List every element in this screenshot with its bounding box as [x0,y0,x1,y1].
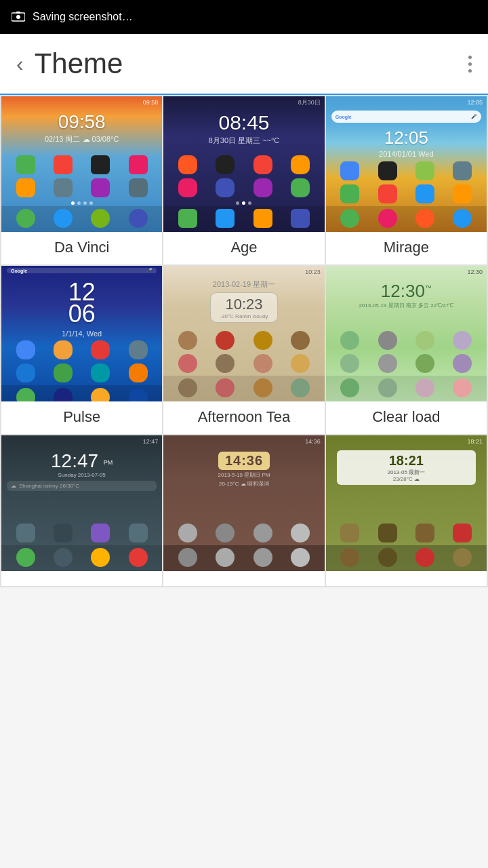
status-bar: Saving screenshot… [0,0,488,34]
theme-item-clear-load[interactable]: 12:30 12:30™ 2013-05-19 星期日 南京 多云 22℃/27… [326,266,487,434]
theme-name-age: Age [230,232,257,264]
theme-item-bottom2[interactable]: 14:36 14:36 2013-5-19 星期日 PM 20-19°C ☁ 晴… [163,435,324,586]
theme-preview-clear-load: 12:30 12:30™ 2013-05-19 星期日 南京 多云 22℃/27… [326,266,487,401]
theme-item-mirage[interactable]: 12:05 Google 🎤 12:05 2014/01/01 Wed [326,96,487,264]
theme-item-pulse[interactable]: Google 🎤 12 06 1/1/14, Wed [1,266,162,434]
toolbar: ‹ Theme [0,34,488,95]
svg-point-1 [16,15,20,19]
theme-name-mirage: Mirage [384,232,429,264]
page-title: Theme [35,47,463,80]
theme-preview-bottom3: 18:21 18:21 2013-05 最新一 23/28°C ☁ [326,435,487,571]
screenshot-icon [11,12,26,22]
theme-name-pulse: Pulse [63,401,100,434]
theme-item-davinci[interactable]: 09:58 09:58 02/13 周二 ☁ 03/08°C [1,96,162,264]
theme-preview-pulse: Google 🎤 12 06 1/1/14, Wed [1,266,162,401]
theme-preview-bottom1: 12:47 12:47 PM Sunday 2013-07-05 ☁Shangh… [1,435,162,571]
theme-item-bottom3[interactable]: 18:21 18:21 2013-05 最新一 23/28°C ☁ [326,435,487,586]
theme-name-davinci: Da Vinci [54,232,110,264]
svg-rect-2 [16,12,20,14]
theme-item-bottom1[interactable]: 12:47 12:47 PM Sunday 2013-07-05 ☁Shangh… [1,435,162,586]
overflow-menu-button[interactable] [463,50,477,78]
theme-preview-davinci: 09:58 09:58 02/13 周二 ☁ 03/08°C [1,96,162,232]
status-bar-text: Saving screenshot… [33,11,133,23]
theme-preview-mirage: 12:05 Google 🎤 12:05 2014/01/01 Wed [326,96,487,232]
theme-name-clear-load: Clear load [372,401,440,434]
theme-name-afternoon-tea: Afternoon Tea [198,401,291,434]
theme-preview-bottom2: 14:36 14:36 2013-5-19 星期日 PM 20-19°C ☁ 晴… [163,435,324,571]
back-button[interactable]: ‹ [11,46,29,82]
theme-preview-age: 8月30日 08:45 8月30日 星期三 ~~°C [163,96,324,232]
theme-preview-afternoon-tea: 10:23 2013-02-19 星期一 10:23 -30°C Ramin c… [163,266,324,401]
theme-item-afternoon-tea[interactable]: 10:23 2013-02-19 星期一 10:23 -30°C Ramin c… [163,266,324,434]
theme-item-age[interactable]: 8月30日 08:45 8月30日 星期三 ~~°C [163,96,324,264]
theme-grid: 09:58 09:58 02/13 周二 ☁ 03/08°C [0,95,488,587]
